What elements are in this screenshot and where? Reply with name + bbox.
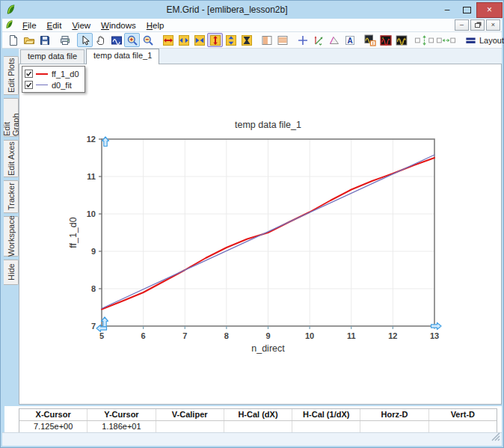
document-area: temp data file temp data file_1 ff_1_d0 … (19, 49, 502, 405)
distribute-horizontal-button[interactable] (435, 33, 457, 47)
y-tick-label: 12 (87, 135, 96, 144)
legend-label: ff_1_d0 (52, 70, 79, 79)
sidebar-tab-edit-plots[interactable]: Edit Plots (4, 56, 19, 95)
arrows-out-x-button[interactable] (176, 33, 191, 47)
print-button[interactable] (57, 33, 73, 47)
crosshair-icon (297, 34, 309, 46)
text-label-icon: A (344, 34, 356, 46)
wave-yellow-button[interactable] (393, 33, 409, 47)
resize-grip[interactable] (491, 431, 500, 444)
close-button[interactable]: × (476, 2, 503, 18)
pan-tool-button[interactable] (93, 33, 108, 47)
readout-zone: X-Cursor Y-Cursor V-Caliper H-Cal (dX) H… (4, 406, 502, 435)
panel-columns-button[interactable] (259, 33, 274, 47)
caliper-button[interactable] (326, 33, 342, 47)
minimize-button[interactable]: – (437, 3, 457, 17)
expand-y-button[interactable] (207, 33, 223, 47)
readout-col-horz-d: Horz-D (360, 409, 428, 420)
expand-x-button[interactable] (160, 33, 176, 47)
chart-canvas[interactable]: 5678910111213789101112temp data file_1n_… (19, 64, 501, 402)
x-tick-label: 8 (224, 331, 229, 340)
readout-table: X-Cursor Y-Cursor V-Caliper H-Cal (dX) H… (19, 408, 497, 433)
zoom-in-button[interactable] (124, 33, 140, 47)
plot-cursor-button[interactable] (108, 33, 124, 47)
arrows-out-y-button[interactable] (223, 33, 239, 47)
app-window: EM.Grid - [emlibera_lesson2b] – × File E… (0, 0, 504, 448)
axis-handle-origin-up[interactable] (102, 317, 108, 327)
arrows-in-x-button[interactable] (191, 33, 207, 47)
y-tick-label: 7 (91, 322, 96, 331)
mdi-restore-button[interactable] (470, 19, 485, 31)
y-axis-label: ff_1_d0 (68, 217, 79, 248)
readout-col-h-cal-dx: H-Cal (dX) (224, 409, 292, 420)
save-button[interactable] (37, 33, 52, 47)
select-tool-button[interactable] (77, 33, 93, 47)
x-tick-label: 11 (347, 331, 356, 340)
legend-line-sample (36, 85, 48, 85)
crosshair-button[interactable] (295, 33, 310, 47)
collapse-y-icon (241, 34, 253, 46)
distribute-horizontal-icon (436, 34, 456, 46)
save-floppy-icon (39, 34, 51, 46)
expand-x-icon (162, 34, 174, 46)
chart-title: temp data file_1 (235, 120, 301, 130)
menu-help[interactable]: Help (141, 20, 170, 31)
distribute-vertical-button[interactable] (414, 33, 435, 47)
mdi-close-button[interactable]: × (486, 19, 500, 31)
sidebar-tab-tracker[interactable]: Tracker (4, 180, 19, 213)
layout-dropdown-button[interactable]: Layout (461, 33, 504, 47)
inset-plot-button[interactable] (362, 33, 378, 47)
axis-handle-top-left[interactable] (102, 137, 109, 147)
y-tick-label: 11 (87, 172, 96, 181)
open-file-button[interactable] (21, 33, 37, 47)
wave-yellow-icon (396, 34, 408, 46)
document-tab-bar: temp data file temp data file_1 (19, 49, 502, 64)
x-tick-label: 6 (141, 331, 146, 340)
x-tick-label: 12 (388, 331, 397, 340)
readout-col-x-cursor: X-Cursor (19, 409, 87, 420)
maximize-button[interactable] (457, 3, 476, 17)
side-tab-strip: Edit Plots Edit Graph Edit Axes Tracker … (2, 49, 19, 405)
mdi-minimize-button[interactable]: – (455, 19, 469, 31)
inset-plot-icon (364, 34, 376, 46)
readout-value-vert-d (428, 421, 497, 432)
legend-checkbox-d0-fit[interactable] (25, 81, 33, 89)
x-tick-label: 7 (182, 331, 187, 340)
axis-handle-bottom-right[interactable] (431, 323, 442, 330)
menu-windows[interactable]: Windows (96, 20, 141, 31)
text-label-button[interactable]: A (342, 33, 357, 47)
y-tick-label: 9 (91, 247, 96, 256)
sidebar-tab-workspace[interactable]: Workspace (4, 216, 19, 257)
caliper-icon (328, 34, 340, 46)
sidebar-tab-edit-graph[interactable]: Edit Graph (4, 98, 19, 137)
legend-label: d0_fit (52, 81, 72, 90)
axes-tool-icon (313, 34, 325, 46)
menu-file[interactable]: File (17, 20, 42, 31)
print-icon (59, 34, 71, 46)
readout-value-v-caliper (156, 421, 224, 432)
status-bar (2, 432, 502, 446)
axes-tool-button[interactable] (310, 33, 326, 47)
arrows-out-y-icon (225, 34, 237, 46)
menu-edit[interactable]: Edit (42, 20, 67, 31)
collapse-y-button[interactable] (239, 33, 254, 47)
panel-columns-icon (261, 34, 273, 46)
sidebar-tab-edit-axes[interactable]: Edit Axes (4, 140, 19, 177)
toolbar: A Layout (2, 32, 502, 49)
doc-tab-temp-data-file-1[interactable]: temp data file_1 (86, 49, 159, 64)
arrows-in-x-icon (194, 34, 206, 46)
window-title: EM.Grid - [emlibera_lesson2b] (16, 4, 437, 15)
zoom-out-icon (142, 34, 154, 46)
panel-rows-button[interactable] (274, 33, 290, 47)
svg-text:A: A (347, 36, 352, 44)
new-file-button[interactable] (5, 33, 21, 47)
menu-view[interactable]: View (67, 20, 96, 31)
wave-red-button[interactable] (378, 33, 393, 47)
expand-y-icon (209, 34, 221, 46)
doc-tab-temp-data-file[interactable]: temp data file (20, 49, 84, 64)
zoom-out-button[interactable] (140, 33, 156, 47)
sidebar-tab-hide[interactable]: Hide (4, 260, 19, 285)
panel-rows-icon (277, 34, 289, 46)
legend-checkbox-ff-1-d0[interactable] (25, 70, 33, 78)
plot-cursor-icon (111, 34, 123, 46)
